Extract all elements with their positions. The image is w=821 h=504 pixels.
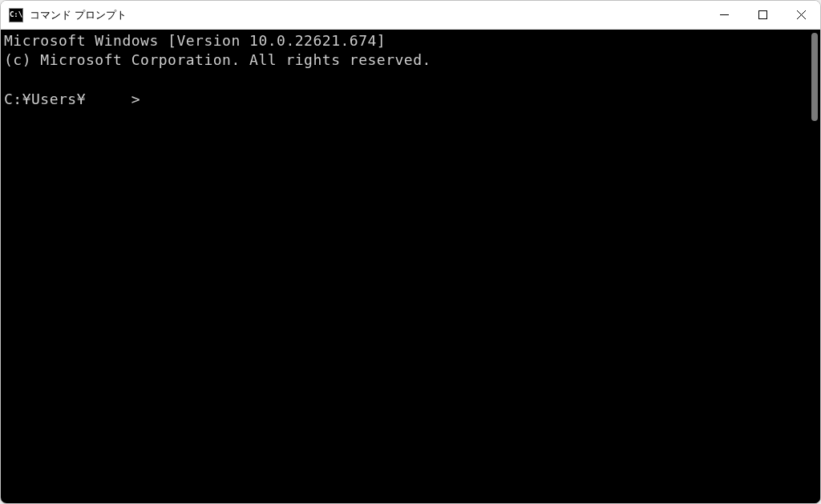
maximize-button[interactable] [743, 1, 782, 29]
title-left: C:\ コマンド プロンプト [1, 8, 127, 22]
app-icon-text: C:\ [10, 11, 22, 18]
title-bar[interactable]: C:\ コマンド プロンプト [1, 1, 820, 30]
svg-rect-1 [758, 11, 766, 19]
close-button[interactable] [782, 1, 820, 29]
app-icon: C:\ [9, 8, 23, 22]
window-title: コマンド プロンプト [30, 8, 127, 22]
terminal-area[interactable]: Microsoft Windows [Version 10.0.22621.67… [1, 30, 820, 503]
minimize-icon [720, 10, 729, 19]
scrollbar[interactable] [807, 30, 820, 503]
window-controls [705, 1, 820, 29]
scrollbar-thumb[interactable] [811, 33, 818, 121]
minimize-button[interactable] [705, 1, 743, 29]
terminal-prompt[interactable]: C:¥Users¥ > [4, 90, 804, 109]
close-icon [797, 10, 806, 19]
terminal-line-copyright: (c) Microsoft Corporation. All rights re… [4, 50, 804, 70]
command-prompt-window: C:\ コマンド プロンプト Micr [0, 0, 821, 504]
maximize-icon [758, 10, 767, 19]
terminal-content[interactable]: Microsoft Windows [Version 10.0.22621.67… [1, 30, 807, 503]
terminal-line-version: Microsoft Windows [Version 10.0.22621.67… [4, 31, 804, 50]
